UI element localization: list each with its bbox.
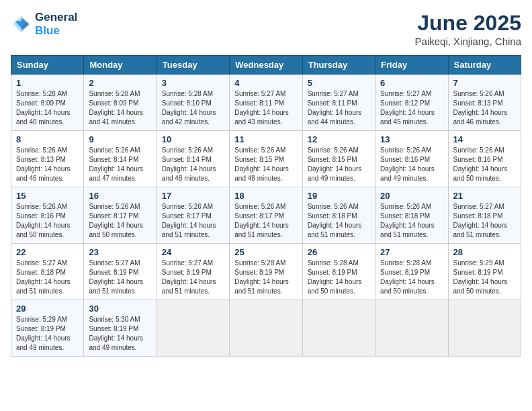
day-number: 11 bbox=[234, 134, 297, 144]
col-friday: Friday bbox=[375, 56, 448, 75]
day-number: 15 bbox=[16, 191, 79, 201]
day-info: Sunrise: 5:26 AMSunset: 8:14 PMDaylight:… bbox=[162, 146, 224, 183]
day-number: 20 bbox=[380, 191, 443, 201]
calendar-row: 8Sunrise: 5:26 AMSunset: 8:13 PMDaylight… bbox=[11, 131, 521, 187]
calendar-row: 15Sunrise: 5:26 AMSunset: 8:16 PMDayligh… bbox=[11, 187, 521, 244]
table-cell: 24Sunrise: 5:27 AMSunset: 8:19 PMDayligh… bbox=[157, 244, 229, 300]
day-info: Sunrise: 5:28 AMSunset: 8:19 PMDaylight:… bbox=[308, 259, 370, 296]
day-number: 25 bbox=[234, 247, 297, 257]
day-number: 23 bbox=[89, 247, 151, 257]
day-info: Sunrise: 5:28 AMSunset: 8:19 PMDaylight:… bbox=[380, 259, 443, 296]
day-number: 3 bbox=[162, 78, 224, 88]
day-info: Sunrise: 5:27 AMSunset: 8:12 PMDaylight:… bbox=[380, 89, 443, 127]
day-info: Sunrise: 5:27 AMSunset: 8:19 PMDaylight:… bbox=[162, 259, 224, 296]
day-number: 9 bbox=[89, 134, 151, 144]
table-cell: 1Sunrise: 5:28 AMSunset: 8:09 PMDaylight… bbox=[11, 75, 84, 131]
table-cell: 23Sunrise: 5:27 AMSunset: 8:19 PMDayligh… bbox=[84, 244, 157, 300]
day-info: Sunrise: 5:28 AMSunset: 8:19 PMDaylight:… bbox=[234, 259, 297, 296]
day-info: Sunrise: 5:26 AMSunset: 8:15 PMDaylight:… bbox=[308, 146, 370, 183]
logo: General Blue bbox=[11, 11, 77, 37]
day-info: Sunrise: 5:28 AMSunset: 8:09 PMDaylight:… bbox=[89, 89, 151, 127]
day-number: 12 bbox=[308, 134, 370, 144]
location-title: Paikeqi, Xinjiang, China bbox=[415, 36, 521, 47]
day-info: Sunrise: 5:26 AMSunset: 8:16 PMDaylight:… bbox=[453, 146, 516, 183]
day-number: 10 bbox=[162, 134, 224, 144]
day-info: Sunrise: 5:27 AMSunset: 8:18 PMDaylight:… bbox=[453, 202, 516, 240]
day-info: Sunrise: 5:26 AMSunset: 8:16 PMDaylight:… bbox=[380, 146, 443, 183]
table-cell bbox=[230, 300, 302, 357]
day-info: Sunrise: 5:26 AMSunset: 8:18 PMDaylight:… bbox=[380, 202, 443, 240]
day-number: 7 bbox=[453, 78, 516, 88]
day-info: Sunrise: 5:26 AMSunset: 8:17 PMDaylight:… bbox=[234, 202, 297, 240]
table-cell: 2Sunrise: 5:28 AMSunset: 8:09 PMDaylight… bbox=[84, 75, 157, 131]
day-number: 22 bbox=[16, 247, 79, 257]
day-info: Sunrise: 5:26 AMSunset: 8:13 PMDaylight:… bbox=[16, 146, 79, 183]
table-cell bbox=[448, 300, 521, 357]
day-info: Sunrise: 5:26 AMSunset: 8:17 PMDaylight:… bbox=[162, 202, 224, 240]
col-tuesday: Tuesday bbox=[157, 56, 229, 75]
table-cell: 22Sunrise: 5:27 AMSunset: 8:18 PMDayligh… bbox=[11, 244, 84, 300]
day-number: 4 bbox=[234, 78, 297, 88]
table-cell: 16Sunrise: 5:26 AMSunset: 8:17 PMDayligh… bbox=[84, 187, 157, 244]
table-cell: 13Sunrise: 5:26 AMSunset: 8:16 PMDayligh… bbox=[375, 131, 448, 187]
day-info: Sunrise: 5:26 AMSunset: 8:16 PMDaylight:… bbox=[16, 202, 79, 240]
table-cell bbox=[302, 300, 375, 357]
table-cell: 15Sunrise: 5:26 AMSunset: 8:16 PMDayligh… bbox=[11, 187, 84, 244]
table-cell: 25Sunrise: 5:28 AMSunset: 8:19 PMDayligh… bbox=[230, 244, 302, 300]
table-cell: 20Sunrise: 5:26 AMSunset: 8:18 PMDayligh… bbox=[375, 187, 448, 244]
day-info: Sunrise: 5:28 AMSunset: 8:10 PMDaylight:… bbox=[162, 89, 224, 127]
table-cell: 17Sunrise: 5:26 AMSunset: 8:17 PMDayligh… bbox=[157, 187, 229, 244]
table-cell: 11Sunrise: 5:26 AMSunset: 8:15 PMDayligh… bbox=[230, 131, 302, 187]
day-number: 28 bbox=[453, 247, 516, 257]
day-number: 19 bbox=[308, 191, 370, 201]
table-cell bbox=[157, 300, 229, 357]
day-info: Sunrise: 5:27 AMSunset: 8:11 PMDaylight:… bbox=[308, 89, 370, 127]
day-number: 29 bbox=[16, 304, 79, 314]
col-monday: Monday bbox=[84, 56, 157, 75]
table-cell: 21Sunrise: 5:27 AMSunset: 8:18 PMDayligh… bbox=[448, 187, 521, 244]
day-number: 2 bbox=[89, 78, 151, 88]
table-cell: 8Sunrise: 5:26 AMSunset: 8:13 PMDaylight… bbox=[11, 131, 84, 187]
day-number: 6 bbox=[380, 78, 443, 88]
day-info: Sunrise: 5:30 AMSunset: 8:19 PMDaylight:… bbox=[89, 315, 151, 353]
table-cell: 4Sunrise: 5:27 AMSunset: 8:11 PMDaylight… bbox=[230, 75, 302, 131]
day-number: 18 bbox=[234, 191, 297, 201]
calendar-row: 22Sunrise: 5:27 AMSunset: 8:18 PMDayligh… bbox=[11, 244, 521, 300]
col-wednesday: Wednesday bbox=[230, 56, 302, 75]
table-cell: 27Sunrise: 5:28 AMSunset: 8:19 PMDayligh… bbox=[375, 244, 448, 300]
calendar-row: 1Sunrise: 5:28 AMSunset: 8:09 PMDaylight… bbox=[11, 75, 521, 131]
table-cell: 9Sunrise: 5:26 AMSunset: 8:14 PMDaylight… bbox=[84, 131, 157, 187]
table-cell: 7Sunrise: 5:26 AMSunset: 8:13 PMDaylight… bbox=[448, 75, 521, 131]
day-info: Sunrise: 5:26 AMSunset: 8:17 PMDaylight:… bbox=[89, 202, 151, 240]
day-info: Sunrise: 5:26 AMSunset: 8:13 PMDaylight:… bbox=[453, 89, 516, 127]
logo-text: General Blue bbox=[35, 11, 77, 37]
day-number: 24 bbox=[162, 247, 224, 257]
day-info: Sunrise: 5:28 AMSunset: 8:09 PMDaylight:… bbox=[16, 89, 79, 127]
table-cell: 14Sunrise: 5:26 AMSunset: 8:16 PMDayligh… bbox=[448, 131, 521, 187]
table-cell: 30Sunrise: 5:30 AMSunset: 8:19 PMDayligh… bbox=[84, 300, 157, 357]
day-number: 21 bbox=[453, 191, 516, 201]
month-title: June 2025 bbox=[415, 11, 521, 36]
day-info: Sunrise: 5:27 AMSunset: 8:19 PMDaylight:… bbox=[89, 259, 151, 296]
table-cell: 5Sunrise: 5:27 AMSunset: 8:11 PMDaylight… bbox=[302, 75, 375, 131]
table-cell: 26Sunrise: 5:28 AMSunset: 8:19 PMDayligh… bbox=[302, 244, 375, 300]
day-info: Sunrise: 5:26 AMSunset: 8:14 PMDaylight:… bbox=[89, 146, 151, 183]
day-info: Sunrise: 5:26 AMSunset: 8:18 PMDaylight:… bbox=[308, 202, 370, 240]
table-cell: 10Sunrise: 5:26 AMSunset: 8:14 PMDayligh… bbox=[157, 131, 229, 187]
table-cell: 19Sunrise: 5:26 AMSunset: 8:18 PMDayligh… bbox=[302, 187, 375, 244]
day-number: 30 bbox=[89, 304, 151, 314]
calendar-row: 29Sunrise: 5:29 AMSunset: 8:19 PMDayligh… bbox=[11, 300, 521, 357]
page-header: General Blue June 2025 Paikeqi, Xinjiang… bbox=[11, 11, 521, 47]
col-sunday: Sunday bbox=[11, 56, 84, 75]
day-info: Sunrise: 5:29 AMSunset: 8:19 PMDaylight:… bbox=[453, 259, 516, 296]
col-thursday: Thursday bbox=[302, 56, 375, 75]
day-number: 14 bbox=[453, 134, 516, 144]
day-number: 8 bbox=[16, 134, 79, 144]
table-cell: 28Sunrise: 5:29 AMSunset: 8:19 PMDayligh… bbox=[448, 244, 521, 300]
title-area: June 2025 Paikeqi, Xinjiang, China bbox=[415, 11, 521, 47]
day-number: 16 bbox=[89, 191, 151, 201]
day-number: 5 bbox=[308, 78, 370, 88]
header-row: Sunday Monday Tuesday Wednesday Thursday… bbox=[11, 56, 521, 75]
table-cell: 6Sunrise: 5:27 AMSunset: 8:12 PMDaylight… bbox=[375, 75, 448, 131]
day-info: Sunrise: 5:27 AMSunset: 8:18 PMDaylight:… bbox=[16, 259, 79, 296]
